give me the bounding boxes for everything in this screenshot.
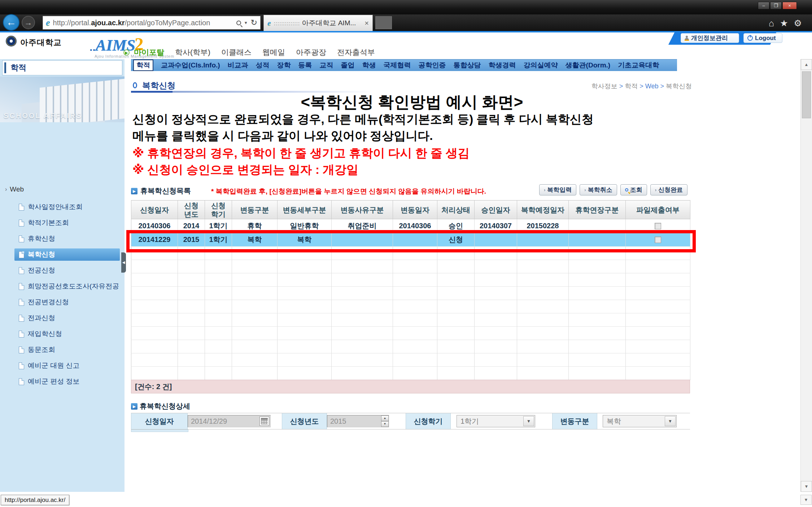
table-cell[interactable]: 20140306 xyxy=(131,219,178,233)
table-cell[interactable]: 휴학 xyxy=(232,219,278,233)
menubar-item-공학인증[interactable]: 공학인증 xyxy=(419,61,446,70)
table-cell[interactable] xyxy=(569,219,626,233)
address-bar[interactable]: e http://portal.ajou.ac.kr/portal/goToMy… xyxy=(43,16,261,30)
table-cell[interactable] xyxy=(393,233,437,247)
column-header-신청일자[interactable]: 신청일자 xyxy=(131,200,178,219)
header-link-마이포탈[interactable]: 마이포탈 xyxy=(134,47,164,57)
sidebar-item-전과신청[interactable]: 전과신청 xyxy=(0,310,125,326)
menubar-item-성적[interactable]: 성적 xyxy=(256,61,270,70)
table-cell[interactable]: 일반휴학 xyxy=(278,219,332,233)
menubar-item-강의실예약[interactable]: 강의실예약 xyxy=(524,61,558,70)
table-row-2[interactable]: 2014122920151학기복학복학신청 xyxy=(131,233,690,247)
chevron-down-icon[interactable]: ▼ xyxy=(244,21,248,25)
table-cell[interactable]: 2015 xyxy=(178,233,205,247)
privacy-settings-button[interactable]: 개인정보관리 xyxy=(681,33,739,43)
file-checkbox-icon[interactable] xyxy=(655,237,661,243)
sidebar-collapse-handle[interactable]: ◀ xyxy=(121,252,126,273)
sidebar-section-web[interactable]: › Web xyxy=(5,185,24,193)
table-row-1[interactable]: 2014030620141학기휴학일반휴학취업준비20140306승인20140… xyxy=(131,219,690,233)
menubar-item-학적[interactable]: 학적 xyxy=(133,59,153,71)
column-header-변동사유구분[interactable]: 변동사유구분 xyxy=(332,200,393,219)
close-button[interactable]: × xyxy=(782,2,797,9)
browser-tab[interactable]: e :::::::::::::: 아주대학교 AIM... × xyxy=(263,15,373,31)
tab-close-icon[interactable]: × xyxy=(364,19,369,27)
forward-button[interactable]: → xyxy=(22,16,35,29)
column-header-처리상태[interactable]: 처리상태 xyxy=(437,200,475,219)
action-button-신청완료[interactable]: ›신청완료 xyxy=(650,184,687,195)
table-cell[interactable] xyxy=(475,233,517,247)
menubar-item-학생경력[interactable]: 학생경력 xyxy=(489,61,516,70)
logout-button[interactable]: Logout xyxy=(743,33,782,43)
table-cell[interactable]: 20150228 xyxy=(517,219,569,233)
sidebar-item-재입학신청[interactable]: 재입학신청 xyxy=(0,326,125,342)
action-button-복학입력[interactable]: ›복학입력 xyxy=(539,184,576,195)
header-link-웹메일[interactable]: 웹메일 xyxy=(262,47,285,57)
apply-semester-select[interactable]: 1학기 ▼ xyxy=(457,415,535,427)
scroll-down-icon[interactable]: ▼ xyxy=(800,495,812,505)
maximize-button[interactable]: ❐ xyxy=(770,2,782,9)
sidebar-item-예비군 편성 정보[interactable]: 예비군 편성 정보 xyxy=(0,374,125,389)
header-link-이클래스[interactable]: 이클래스 xyxy=(221,47,252,57)
column-header-승인일자[interactable]: 승인일자 xyxy=(475,200,517,219)
menubar-item-등록[interactable]: 등록 xyxy=(298,61,312,70)
menubar-item-졸업[interactable]: 졸업 xyxy=(341,61,355,70)
table-cell[interactable]: 1학기 xyxy=(205,219,232,233)
header-link-아주광장[interactable]: 아주광장 xyxy=(296,47,326,57)
action-button-복학취소[interactable]: ›복학취소 xyxy=(580,184,617,195)
sidebar-item-전공신청[interactable]: 전공신청 xyxy=(0,263,125,278)
menubar-item-학생[interactable]: 학생 xyxy=(362,61,376,70)
file-checkbox-icon[interactable] xyxy=(655,223,661,229)
column-header-신청년도[interactable]: 신청 년도 xyxy=(178,200,205,219)
column-header-신청학기[interactable]: 신청 학기 xyxy=(205,200,232,219)
chevron-down-icon[interactable]: ▼ xyxy=(665,416,676,426)
menubar-item-기초교육대학[interactable]: 기초교육대학 xyxy=(618,61,659,70)
menubar-item-교과수업(Cls.Info.)[interactable]: 교과수업(Cls.Info.) xyxy=(161,61,220,70)
favorites-star-icon[interactable]: ★ xyxy=(780,18,788,28)
table-cell-file[interactable] xyxy=(626,233,690,247)
change-type-select[interactable]: 복학 ▼ xyxy=(603,415,677,427)
table-cell[interactable] xyxy=(517,233,569,247)
table-cell[interactable]: 복학 xyxy=(232,233,278,247)
scroll-down-icon[interactable]: ▼ xyxy=(801,481,812,492)
menubar-item-장학[interactable]: 장학 xyxy=(277,61,291,70)
header-link-학사(학부)[interactable]: 학사(학부) xyxy=(175,47,210,57)
back-button[interactable]: ← xyxy=(3,14,19,31)
table-cell[interactable]: 20140306 xyxy=(393,219,437,233)
chevron-down-icon[interactable]: ▼ xyxy=(523,416,534,426)
table-cell[interactable]: 복학 xyxy=(278,233,332,247)
home-icon[interactable]: ⌂ xyxy=(769,18,774,28)
sidebar-item-복학신청[interactable]: 복학신청 xyxy=(0,247,125,263)
settings-gear-icon[interactable]: ⚙ xyxy=(794,18,802,28)
apply-date-input[interactable]: 2014/12/29 xyxy=(188,415,271,427)
header-link-전자출석부[interactable]: 전자출석부 xyxy=(337,47,375,57)
refresh-icon[interactable]: ↻ xyxy=(251,19,257,26)
sidebar-item-희망전공선호도조사(자유전공[interactable]: 희망전공선호도조사(자유전공 xyxy=(0,278,125,294)
column-header-변동세부구분[interactable]: 변동세부구분 xyxy=(278,200,332,219)
table-cell[interactable]: 신청 xyxy=(437,233,475,247)
action-button-조회[interactable]: 조회 xyxy=(620,184,647,195)
minimize-button[interactable]: – xyxy=(758,2,769,9)
scroll-up-icon[interactable]: ▲ xyxy=(801,59,812,70)
url-text[interactable]: http://portal.ajou.ac.kr/portal/goToMyPa… xyxy=(53,19,233,27)
search-icon[interactable] xyxy=(236,21,241,25)
column-header-휴학연장구분[interactable]: 휴학연장구분 xyxy=(569,200,626,219)
sidebar-item-학적기본조회[interactable]: 학적기본조회 xyxy=(0,215,125,231)
spinner-control[interactable]: ▲▼ xyxy=(381,415,389,427)
column-header-복학예정일자[interactable]: 복학예정일자 xyxy=(517,200,569,219)
table-cell[interactable]: 20141229 xyxy=(131,233,178,247)
column-header-변동구분[interactable]: 변동구분 xyxy=(232,200,278,219)
menubar-item-비교과[interactable]: 비교과 xyxy=(228,61,248,70)
sidebar-item-학사일정안내조회[interactable]: 학사일정안내조회 xyxy=(0,199,125,215)
table-cell-file[interactable] xyxy=(626,219,690,233)
table-cell[interactable]: 승인 xyxy=(437,219,475,233)
table-cell[interactable]: 1학기 xyxy=(205,233,232,247)
sidebar-item-동문조회[interactable]: 동문조회 xyxy=(0,342,125,358)
calendar-icon[interactable] xyxy=(259,416,269,426)
scrollbar-thumb[interactable] xyxy=(802,71,811,118)
menubar-item-국제협력[interactable]: 국제협력 xyxy=(384,61,411,70)
menubar-item-통합상담[interactable]: 통합상담 xyxy=(454,61,481,70)
table-cell[interactable]: 2014 xyxy=(178,219,205,233)
table-cell[interactable]: 취업준비 xyxy=(332,219,393,233)
table-cell[interactable] xyxy=(569,233,626,247)
column-header-파일제출여부[interactable]: 파일제출여부 xyxy=(626,200,690,219)
